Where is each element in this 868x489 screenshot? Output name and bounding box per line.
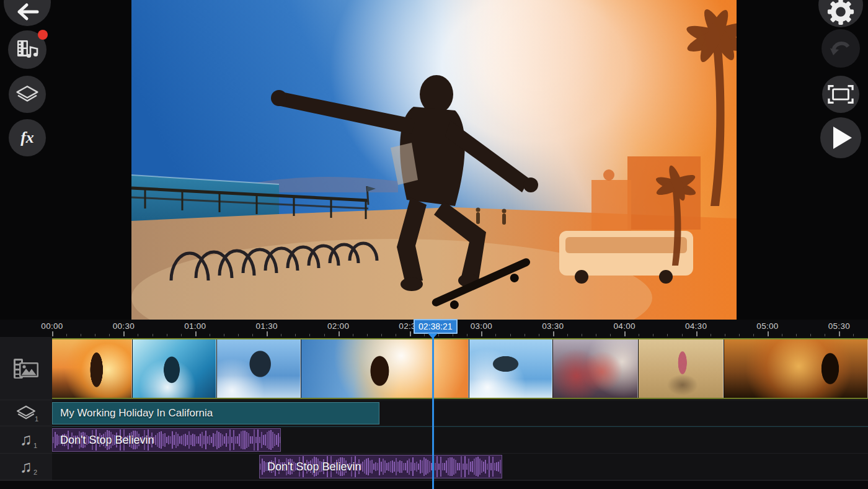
- layer-track-header[interactable]: 1: [0, 400, 52, 426]
- ruler-tick: [153, 334, 153, 336]
- fx-button[interactable]: fx: [9, 119, 46, 156]
- ruler-tick: [682, 334, 683, 336]
- video-track-lane: [52, 337, 868, 400]
- video-clip-bmx[interactable]: [217, 339, 301, 398]
- audio-track-1-header[interactable]: ♫ 1: [0, 426, 52, 454]
- ruler-tick: [81, 334, 81, 336]
- video-clip-skydiver[interactable]: [469, 339, 552, 398]
- video-clip-sunset-skater[interactable]: [52, 339, 132, 398]
- ruler-tick: [309, 334, 310, 336]
- video-preview[interactable]: [131, 0, 737, 320]
- ruler-tick: [825, 334, 825, 336]
- ruler-tick: [711, 334, 711, 336]
- ruler-label: 05:00: [756, 321, 778, 331]
- video-clip-bicycle-field[interactable]: [639, 339, 724, 398]
- ruler-tick: [210, 334, 210, 336]
- ruler-label: 02:00: [327, 321, 349, 331]
- ruler-tick: [324, 334, 325, 336]
- ruler-tick: [753, 334, 754, 336]
- ruler-tick: [596, 334, 596, 336]
- playhead-line: [432, 337, 434, 489]
- title-clip[interactable]: My Working Holiday In California: [52, 402, 379, 424]
- video-clip-blurred-street[interactable]: [553, 339, 638, 398]
- play-button[interactable]: [820, 117, 861, 158]
- back-arrow-icon: [15, 2, 40, 22]
- ruler-tick: [267, 331, 268, 336]
- ruler-tick: [624, 331, 626, 336]
- ruler-tick: [123, 331, 125, 336]
- audio-track-2-row: ♫ 2 Don't Stop Believin: [0, 454, 868, 480]
- ruler-tick: [167, 334, 167, 336]
- audio-track-2-number: 2: [33, 469, 37, 476]
- layers-icon: [15, 84, 40, 105]
- ruler-label: 04:00: [614, 321, 636, 331]
- ruler-tick: [725, 334, 725, 336]
- video-clip-surfer[interactable]: [133, 339, 216, 398]
- ruler-tick: [281, 334, 281, 336]
- ruler-tick: [138, 334, 138, 336]
- layer-track-number: 1: [35, 415, 38, 423]
- ruler-label: 01:30: [256, 321, 278, 331]
- media-library-button[interactable]: [8, 30, 46, 69]
- ruler-tick: [796, 334, 797, 336]
- fx-icon: fx: [20, 128, 34, 147]
- layers-button[interactable]: [9, 76, 46, 113]
- gear-icon: [827, 0, 854, 25]
- back-button[interactable]: [4, 0, 51, 26]
- ruler-tick: [367, 334, 368, 336]
- ruler-tick: [567, 334, 568, 336]
- ruler-tick: [252, 334, 253, 336]
- audio-clip-label: Don't Stop Believin: [267, 460, 361, 473]
- audio-clip-label: Don't Stop Believin: [60, 434, 154, 447]
- audio-track-1-number: 1: [33, 442, 37, 449]
- ruler-label: 03:00: [471, 321, 492, 331]
- ruler-tick: [381, 334, 382, 336]
- video-track-header[interactable]: [0, 337, 52, 400]
- ruler-tick: [396, 334, 396, 336]
- playhead-handle[interactable]: [428, 333, 438, 339]
- music-note-icon: ♫: [20, 430, 32, 449]
- ruler-tick: [295, 334, 296, 336]
- ruler-tick: [853, 334, 854, 336]
- audio-clip[interactable]: Don't Stop Believin: [52, 428, 281, 452]
- ruler-tick: [782, 334, 782, 336]
- audio-track-1-lane: Don't Stop Believin: [52, 426, 868, 454]
- ruler-tick: [181, 334, 182, 336]
- ruler-tick: [696, 331, 698, 336]
- video-clip-dusk-silhouette[interactable]: [724, 339, 868, 398]
- ruler-tick: [238, 334, 239, 336]
- ruler-tick: [95, 334, 95, 336]
- current-time-badge[interactable]: 02:38:21: [414, 319, 458, 334]
- ruler-label: 03:30: [542, 321, 564, 331]
- undo-button[interactable]: [822, 29, 860, 68]
- ruler-tick: [582, 334, 582, 336]
- ruler-tick: [224, 334, 224, 336]
- undo-arrow-icon: [830, 39, 852, 58]
- ruler-tick: [52, 331, 53, 336]
- ruler-label: 04:30: [685, 321, 707, 331]
- video-clip-skateboard-flare[interactable]: [301, 339, 469, 398]
- ruler-tick: [424, 334, 425, 336]
- ruler-tick: [539, 334, 539, 336]
- ruler-tick: [768, 331, 769, 336]
- ruler-label: 00:30: [113, 321, 135, 331]
- fit-screen-icon: [828, 84, 854, 104]
- ruler-tick: [353, 334, 353, 336]
- video-clip-strip: [52, 338, 868, 399]
- ruler-tick: [510, 334, 511, 336]
- audio-clip[interactable]: Don't Stop Believin: [259, 455, 502, 478]
- ruler-tick: [639, 334, 639, 336]
- settings-button[interactable]: [818, 0, 863, 27]
- audio-track-1-row: ♫ 1 Don't Stop Believin: [0, 426, 868, 454]
- ruler-tick: [810, 334, 811, 336]
- video-track-row: [0, 337, 868, 400]
- fit-screen-button[interactable]: [822, 76, 859, 113]
- ruler-tick: [481, 331, 482, 336]
- audio-track-2-header[interactable]: ♫ 2: [0, 454, 52, 480]
- ruler-tick: [467, 334, 467, 336]
- ruler-tick: [553, 331, 554, 336]
- ruler-tick: [453, 334, 453, 336]
- ruler-tick: [66, 334, 67, 336]
- ruler-tick: [839, 331, 840, 336]
- ruler-label: 00:00: [41, 321, 63, 331]
